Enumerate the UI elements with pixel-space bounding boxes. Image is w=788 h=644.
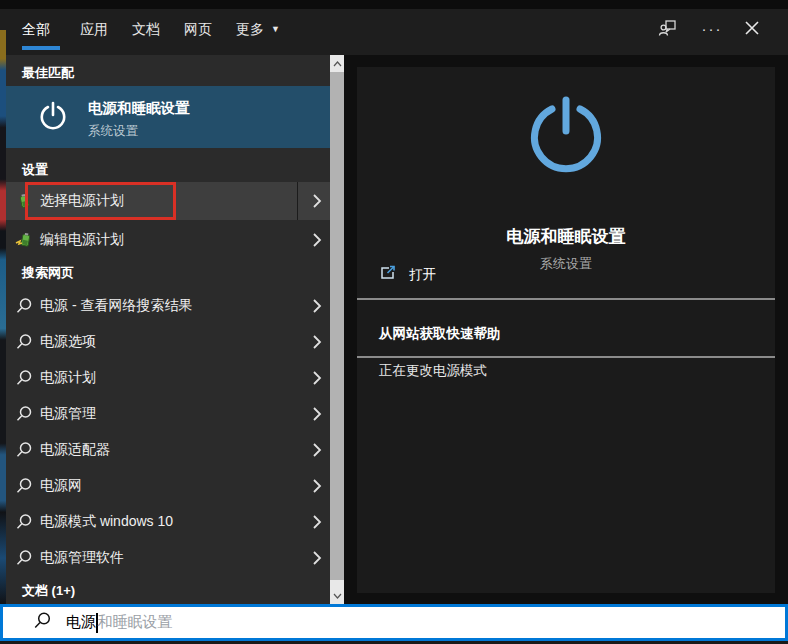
web-result-label: 电源适配器 xyxy=(40,441,110,459)
more-options-button[interactable]: ··· xyxy=(700,16,724,40)
web-result-label: 电源选项 xyxy=(40,333,96,351)
chevron-right-icon xyxy=(312,479,322,493)
search-icon xyxy=(15,477,33,495)
results-scrollbar[interactable] xyxy=(330,55,344,604)
header-top-strip xyxy=(0,0,788,9)
tab-all[interactable]: 全部 xyxy=(22,18,50,40)
section-header-search-web: 搜索网页 xyxy=(22,264,74,282)
web-result[interactable]: 电源网 xyxy=(6,468,330,504)
power-icon xyxy=(36,100,70,138)
chevron-right-icon xyxy=(312,551,322,565)
search-icon xyxy=(15,369,33,387)
result-choose-power-plan[interactable]: 选择电源计划 xyxy=(6,182,330,220)
feedback-button[interactable] xyxy=(656,16,680,40)
search-icon xyxy=(15,513,33,531)
web-result-label: 电源网 xyxy=(40,477,82,495)
chevron-right-icon xyxy=(312,299,322,313)
preview-panel: 电源和睡眠设置 系统设置 打开 从网站获取快速帮助 正在更改电源模式 xyxy=(344,55,788,604)
best-match-result[interactable]: 电源和睡眠设置 系统设置 xyxy=(6,86,330,148)
preview-card: 电源和睡眠设置 系统设置 打开 从网站获取快速帮助 正在更改电源模式 xyxy=(357,67,775,593)
section-header-documents: 文档 (1+) xyxy=(22,582,75,600)
quick-help-item[interactable]: 正在更改电源模式 xyxy=(379,362,487,380)
web-result-label: 电源 - 查看网络搜索结果 xyxy=(40,297,192,315)
scrollbar-thumb[interactable] xyxy=(330,72,344,580)
chevron-right-icon xyxy=(312,335,322,349)
desktop-edge-strip xyxy=(0,30,6,604)
ellipsis-icon: ··· xyxy=(702,20,723,37)
power-plan-edit-icon xyxy=(15,231,33,249)
search-icon xyxy=(33,611,52,634)
section-header-best-match: 最佳匹配 xyxy=(22,64,74,82)
chevron-down-icon xyxy=(333,593,342,599)
tab-documents[interactable]: 文档 xyxy=(132,18,160,40)
search-icon xyxy=(15,441,33,459)
feedback-icon xyxy=(658,18,678,38)
web-result-label: 电源计划 xyxy=(40,369,96,387)
chevron-up-icon xyxy=(333,61,342,67)
tab-more-label: 更多 xyxy=(236,21,264,37)
taskbar-search-box[interactable]: 电源和睡眠设置 xyxy=(0,604,788,641)
divider xyxy=(357,356,775,358)
tab-web[interactable]: 网页 xyxy=(184,18,212,40)
row-divider xyxy=(297,182,298,220)
chevron-down-icon: ▼ xyxy=(271,18,280,40)
web-result[interactable]: 电源 - 查看网络搜索结果 xyxy=(6,288,330,324)
web-result[interactable]: 电源计划 xyxy=(6,360,330,396)
web-result[interactable]: 电源管理 xyxy=(6,396,330,432)
best-match-title: 电源和睡眠设置 xyxy=(88,99,190,118)
search-suggestion-text: 和睡眠设置 xyxy=(98,613,173,632)
web-result[interactable]: 电源管理软件 xyxy=(6,540,330,576)
power-icon-large xyxy=(523,95,609,185)
result-label: 编辑电源计划 xyxy=(40,231,124,249)
web-result-label: 电源模式 windows 10 xyxy=(40,513,173,531)
results-panel: 最佳匹配 电源和睡眠设置 系统设置 设置 xyxy=(6,55,330,604)
scroll-down-button[interactable] xyxy=(330,587,344,604)
best-match-subtitle: 系统设置 xyxy=(88,123,138,140)
chevron-right-icon xyxy=(312,407,322,421)
web-result[interactable]: 电源选项 xyxy=(6,324,330,360)
web-result-label: 电源管理 xyxy=(40,405,96,423)
result-label: 选择电源计划 xyxy=(40,192,124,210)
search-icon xyxy=(15,333,33,351)
search-flyout-window: 全部 应用 文档 网页 更多▼ ··· 最佳匹配 xyxy=(0,0,788,644)
search-icon xyxy=(15,549,33,567)
close-button[interactable] xyxy=(740,16,764,40)
chevron-right-icon xyxy=(312,194,322,208)
web-result-label: 电源管理软件 xyxy=(40,549,124,567)
chevron-right-icon xyxy=(312,371,322,385)
result-edit-power-plan[interactable]: 编辑电源计划 xyxy=(6,222,330,258)
header-bar: 全部 应用 文档 网页 更多▼ ··· xyxy=(0,0,788,55)
open-external-icon xyxy=(379,264,397,286)
tab-apps[interactable]: 应用 xyxy=(80,18,108,40)
chevron-right-icon xyxy=(312,515,322,529)
scroll-up-button[interactable] xyxy=(330,55,344,72)
search-icon xyxy=(15,297,33,315)
open-action[interactable]: 打开 xyxy=(357,245,775,303)
open-action-label: 打开 xyxy=(409,266,436,284)
search-query-text[interactable]: 电源 xyxy=(66,613,96,632)
selected-tab-underline xyxy=(22,46,60,50)
chevron-right-icon xyxy=(312,233,322,247)
tab-more[interactable]: 更多▼ xyxy=(236,18,280,40)
quick-help-title: 从网站获取快速帮助 xyxy=(379,325,501,343)
search-icon xyxy=(15,405,33,423)
web-result[interactable]: 电源适配器 xyxy=(6,432,330,468)
web-result[interactable]: 电源模式 windows 10 xyxy=(6,504,330,540)
section-header-settings: 设置 xyxy=(22,161,48,179)
chevron-right-icon xyxy=(312,443,322,457)
power-plan-icon xyxy=(15,192,33,210)
close-icon xyxy=(744,20,760,36)
